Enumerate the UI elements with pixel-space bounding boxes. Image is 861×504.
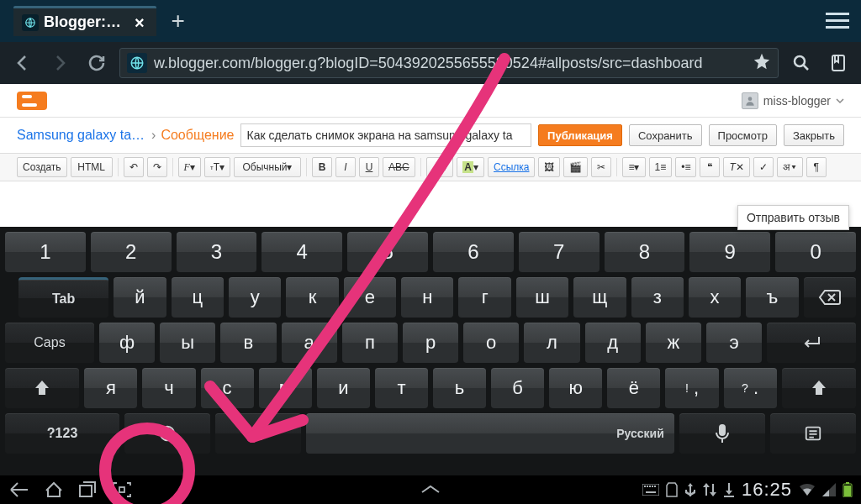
bookmarks-icon[interactable] (824, 49, 853, 77)
key-3[interactable]: 3 (177, 232, 257, 272)
highlight-color-icon[interactable]: A▾ (457, 157, 484, 177)
key-о[interactable]: о (463, 323, 519, 363)
bold-icon[interactable]: B (312, 157, 332, 177)
key-н[interactable]: н (401, 277, 453, 318)
key-ё[interactable]: ё (607, 368, 660, 408)
bookmark-star-icon[interactable] (753, 52, 771, 74)
key-7[interactable]: 7 (519, 232, 600, 272)
user-menu[interactable]: miss-blogger (742, 92, 844, 109)
font-size-icon[interactable]: тT▾ (204, 157, 230, 177)
key-е[interactable]: е (344, 277, 396, 318)
key-8[interactable]: 8 (605, 232, 685, 272)
key-language-icon[interactable] (124, 413, 210, 454)
reload-icon[interactable] (82, 49, 111, 77)
nav-expand-icon[interactable] (418, 483, 443, 496)
breadcrumb-blog[interactable]: Samsung galaxy ta… (17, 128, 145, 143)
html-tab[interactable]: HTML (71, 157, 113, 177)
key-emoticon[interactable]: :-) (215, 413, 301, 454)
key-6[interactable]: 6 (433, 232, 514, 272)
key-backspace-icon[interactable] (804, 277, 856, 318)
ltr-rtl-icon[interactable]: ¶ (806, 157, 827, 177)
key-ь[interactable]: ь (433, 368, 486, 408)
close-button[interactable]: Закрыть (784, 124, 844, 146)
publish-button[interactable]: Публикация (538, 124, 622, 146)
key-ю[interactable]: ю (549, 368, 602, 408)
key-enter-icon[interactable] (767, 323, 856, 363)
nav-home-icon[interactable] (44, 480, 64, 499)
key-ф[interactable]: ф (99, 323, 155, 363)
nav-back-icon[interactable] (8, 480, 30, 499)
underline-icon[interactable]: U (359, 157, 379, 177)
breadcrumb-section[interactable]: Сообщение (161, 128, 234, 143)
key-и[interactable]: и (317, 368, 370, 408)
key-ъ[interactable]: ъ (746, 277, 798, 318)
key-ч[interactable]: ч (142, 368, 195, 408)
key-shift-right-icon[interactable] (782, 368, 856, 408)
key-9[interactable]: 9 (689, 232, 770, 272)
key-ш[interactable]: ш (516, 277, 568, 318)
key-?.[interactable]: ? . (724, 368, 777, 408)
tab-close-icon[interactable]: × (131, 14, 148, 31)
text-color-icon[interactable]: A▾ (426, 157, 454, 177)
key-tab[interactable]: Tab (18, 277, 108, 318)
key-э[interactable]: э (706, 323, 762, 363)
key-ж[interactable]: ж (646, 323, 701, 363)
key-щ[interactable]: щ (573, 277, 626, 318)
key-я[interactable]: я (84, 368, 137, 408)
back-icon[interactable] (8, 49, 37, 77)
insert-link-button[interactable]: Ссылка (488, 157, 535, 177)
key-в[interactable]: в (220, 323, 276, 363)
key-5[interactable]: 5 (347, 232, 428, 272)
key-symbols[interactable]: ?123 (5, 413, 119, 454)
post-title-input[interactable] (240, 123, 531, 147)
key-б[interactable]: б (491, 368, 544, 408)
new-tab-button[interactable]: + (161, 6, 195, 36)
feedback-tooltip[interactable]: Отправить отзыв (737, 205, 849, 230)
save-button[interactable]: Сохранить (629, 124, 702, 146)
key-!,[interactable]: ! , (665, 368, 718, 408)
key-4[interactable]: 4 (261, 232, 342, 272)
font-family-icon[interactable]: F▾ (178, 157, 201, 177)
key-з[interactable]: з (631, 277, 684, 318)
align-icon[interactable]: ≡▾ (622, 157, 645, 177)
key-д[interactable]: д (585, 323, 641, 363)
key-voice-icon[interactable] (679, 413, 765, 454)
key-1[interactable]: 1 (5, 232, 86, 272)
key-т[interactable]: т (375, 368, 428, 408)
nav-screenshot-icon[interactable] (111, 480, 133, 499)
key-ц[interactable]: ц (172, 277, 224, 318)
key-й[interactable]: й (114, 277, 166, 318)
key-р[interactable]: р (403, 323, 458, 363)
nav-recent-icon[interactable] (77, 480, 98, 499)
remove-format-icon[interactable]: T✕ (723, 157, 749, 177)
compose-tab[interactable]: Создать (17, 157, 67, 177)
redo-icon[interactable]: ↷ (147, 157, 167, 177)
numbered-list-icon[interactable]: 1≡ (649, 157, 673, 177)
key-0[interactable]: 0 (775, 232, 856, 272)
insert-jump-icon[interactable]: ✂ (591, 157, 611, 177)
key-с[interactable]: с (201, 368, 254, 408)
italic-icon[interactable]: I (335, 157, 356, 177)
bullet-list-icon[interactable]: •≡ (675, 157, 696, 177)
key-2[interactable]: 2 (91, 232, 172, 272)
transliterate-icon[interactable]: अ▾ (777, 157, 803, 177)
undo-icon[interactable]: ↶ (124, 157, 144, 177)
insert-video-icon[interactable]: 🎬 (563, 157, 588, 177)
forward-icon[interactable] (45, 49, 74, 77)
key-п[interactable]: п (342, 323, 398, 363)
key-л[interactable]: л (524, 323, 579, 363)
key-settings-icon[interactable] (770, 413, 856, 454)
quote-icon[interactable]: ❝ (700, 157, 720, 177)
key-caps[interactable]: Caps (5, 323, 94, 363)
blogger-logo-icon[interactable] (17, 92, 47, 110)
url-input[interactable]: w.blogger.com/blogger.g?blogID=504392025… (119, 48, 779, 78)
key-к[interactable]: к (286, 277, 338, 318)
key-ы[interactable]: ы (160, 323, 215, 363)
strikethrough-icon[interactable]: ABC (383, 157, 415, 177)
browser-tab-active[interactable]: Blogger:… × (13, 6, 156, 36)
preview-button[interactable]: Просмотр (709, 124, 777, 146)
paragraph-style-select[interactable]: Обычный▾ (234, 157, 301, 177)
key-м[interactable]: м (259, 368, 312, 408)
key-у[interactable]: у (229, 277, 281, 318)
key-space[interactable]: Русский (306, 413, 673, 454)
